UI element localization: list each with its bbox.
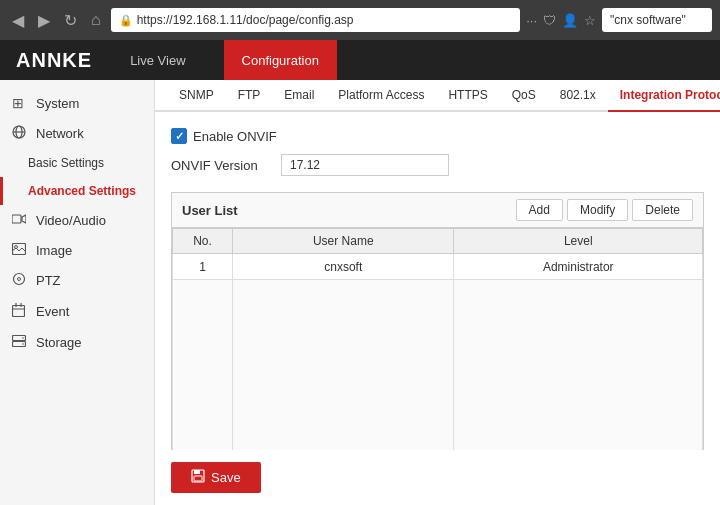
- user-table: No. User Name Level 1 cnxsoft Administra…: [172, 228, 703, 450]
- home-button[interactable]: ⌂: [87, 9, 105, 31]
- svg-point-7: [14, 274, 25, 285]
- tab-platform-access[interactable]: Platform Access: [326, 80, 436, 112]
- col-header-level: Level: [454, 229, 703, 254]
- svg-point-16: [22, 343, 24, 345]
- table-empty-row: [173, 280, 703, 451]
- sidebar-item-network[interactable]: Network: [0, 118, 154, 149]
- more-options-icon: ···: [526, 13, 537, 28]
- svg-marker-4: [22, 215, 26, 223]
- sidebar-item-label-ptz: PTZ: [36, 273, 61, 288]
- sidebar-item-label-image: Image: [36, 243, 72, 258]
- save-icon: [191, 469, 205, 486]
- user-no: 1: [173, 254, 233, 280]
- back-button[interactable]: ◀: [8, 9, 28, 32]
- user-list-title: User List: [182, 203, 238, 218]
- event-icon: [12, 303, 28, 320]
- main-layout: ⊞ System Network Basic Settings Advanced…: [0, 80, 720, 505]
- tab-802-1x[interactable]: 802.1x: [548, 80, 608, 112]
- tab-https[interactable]: HTTPS: [436, 80, 499, 112]
- refresh-button[interactable]: ↻: [60, 9, 81, 32]
- save-section: Save: [155, 450, 720, 505]
- user-list-header: User List Add Modify Delete: [172, 193, 703, 228]
- col-header-no: No.: [173, 229, 233, 254]
- network-icon: [12, 125, 28, 142]
- user-level: Administrator: [454, 254, 703, 280]
- sidebar-item-label-network: Network: [36, 126, 84, 141]
- onvif-version-input[interactable]: [281, 154, 449, 176]
- profile-icon: 👤: [562, 13, 578, 28]
- content-area: SNMP FTP Email Platform Access HTTPS QoS…: [155, 80, 720, 505]
- system-icon: ⊞: [12, 95, 28, 111]
- svg-rect-9: [13, 306, 25, 317]
- lock-icon: 🔒: [119, 14, 133, 27]
- tab-ftp[interactable]: FTP: [226, 80, 273, 112]
- tab-integration-protocol[interactable]: Integration Protocol: [608, 80, 720, 112]
- add-user-button[interactable]: Add: [516, 199, 563, 221]
- modify-user-button[interactable]: Modify: [567, 199, 628, 221]
- shield-icon: 🛡: [543, 13, 556, 28]
- svg-rect-19: [194, 476, 202, 481]
- enable-onvif-checkbox[interactable]: [171, 128, 187, 144]
- sidebar-item-label-storage: Storage: [36, 335, 82, 350]
- sidebar-item-image[interactable]: Image: [0, 235, 154, 265]
- search-text: "cnx software": [610, 13, 686, 27]
- delete-user-button[interactable]: Delete: [632, 199, 693, 221]
- save-label: Save: [211, 470, 241, 485]
- sidebar-item-basic-settings[interactable]: Basic Settings: [0, 149, 154, 177]
- enable-onvif-label: Enable ONVIF: [193, 129, 277, 144]
- brand-logo: ANNKE: [16, 49, 92, 72]
- live-view-button[interactable]: Live View: [112, 40, 203, 80]
- page-content: Enable ONVIF ONVIF Version User List Add…: [155, 112, 720, 450]
- sidebar-item-event[interactable]: Event: [0, 296, 154, 327]
- sidebar-item-label-basic-settings: Basic Settings: [28, 156, 104, 170]
- user-list-buttons: Add Modify Delete: [516, 199, 693, 221]
- sidebar-item-label-video-audio: Video/Audio: [36, 213, 106, 228]
- sidebar-item-label-advanced-settings: Advanced Settings: [28, 184, 136, 198]
- video-icon: [12, 212, 28, 228]
- svg-point-15: [22, 337, 24, 339]
- user-list-section: User List Add Modify Delete No. User Nam…: [171, 192, 704, 450]
- col-header-username: User Name: [233, 229, 454, 254]
- configuration-button[interactable]: Configuration: [224, 40, 337, 80]
- user-username: cnxsoft: [233, 254, 454, 280]
- svg-rect-3: [12, 215, 21, 223]
- sidebar-item-ptz[interactable]: PTZ: [0, 265, 154, 296]
- enable-onvif-row: Enable ONVIF: [171, 128, 704, 144]
- sidebar-item-system[interactable]: ⊞ System: [0, 88, 154, 118]
- browser-chrome: ◀ ▶ ↻ ⌂ 🔒 https://192.168.1.11/doc/page/…: [0, 0, 720, 40]
- image-icon: [12, 242, 28, 258]
- ptz-icon: [12, 272, 28, 289]
- sidebar-item-label-event: Event: [36, 304, 69, 319]
- top-nav: ANNKE Live View Configuration: [0, 40, 720, 80]
- sidebar-item-video-audio[interactable]: Video/Audio: [0, 205, 154, 235]
- onvif-version-label: ONVIF Version: [171, 158, 271, 173]
- app: ANNKE Live View Configuration ⊞ System N…: [0, 40, 720, 505]
- sidebar-item-label-system: System: [36, 96, 79, 111]
- tab-bar: SNMP FTP Email Platform Access HTTPS QoS…: [155, 80, 720, 112]
- url-text: https://192.168.1.11/doc/page/config.asp: [137, 13, 354, 27]
- svg-point-8: [18, 278, 21, 281]
- storage-icon: [12, 334, 28, 350]
- save-button[interactable]: Save: [171, 462, 261, 493]
- sidebar-item-advanced-settings[interactable]: Advanced Settings: [0, 177, 154, 205]
- search-bar[interactable]: "cnx software": [602, 8, 712, 32]
- onvif-version-row: ONVIF Version: [171, 154, 704, 176]
- forward-button[interactable]: ▶: [34, 9, 54, 32]
- svg-rect-18: [194, 470, 200, 474]
- table-row: 1 cnxsoft Administrator: [173, 254, 703, 280]
- tab-qos[interactable]: QoS: [500, 80, 548, 112]
- sidebar: ⊞ System Network Basic Settings Advanced…: [0, 80, 155, 505]
- address-bar[interactable]: 🔒 https://192.168.1.11/doc/page/config.a…: [111, 8, 520, 32]
- tab-snmp[interactable]: SNMP: [167, 80, 226, 112]
- sidebar-item-storage[interactable]: Storage: [0, 327, 154, 357]
- star-icon: ☆: [584, 13, 596, 28]
- tab-email[interactable]: Email: [272, 80, 326, 112]
